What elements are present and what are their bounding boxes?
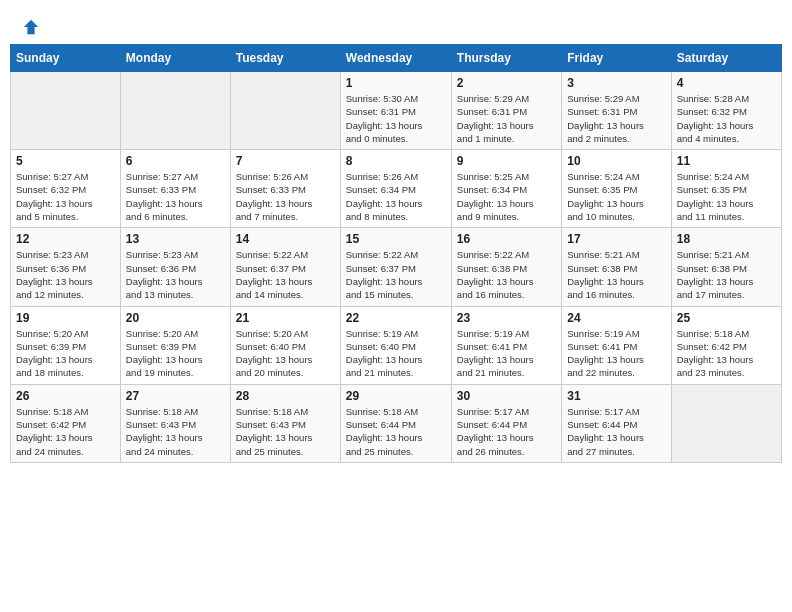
day-number: 16 <box>457 232 556 246</box>
day-number: 23 <box>457 311 556 325</box>
day-info: Sunrise: 5:18 AM Sunset: 6:42 PM Dayligh… <box>677 327 776 380</box>
day-cell: 14Sunrise: 5:22 AM Sunset: 6:37 PM Dayli… <box>230 228 340 306</box>
day-number: 15 <box>346 232 446 246</box>
day-info: Sunrise: 5:28 AM Sunset: 6:32 PM Dayligh… <box>677 92 776 145</box>
day-number: 10 <box>567 154 665 168</box>
day-cell: 29Sunrise: 5:18 AM Sunset: 6:44 PM Dayli… <box>340 384 451 462</box>
day-info: Sunrise: 5:24 AM Sunset: 6:35 PM Dayligh… <box>677 170 776 223</box>
day-info: Sunrise: 5:19 AM Sunset: 6:41 PM Dayligh… <box>567 327 665 380</box>
week-row-5: 26Sunrise: 5:18 AM Sunset: 6:42 PM Dayli… <box>11 384 782 462</box>
day-info: Sunrise: 5:29 AM Sunset: 6:31 PM Dayligh… <box>567 92 665 145</box>
day-info: Sunrise: 5:18 AM Sunset: 6:43 PM Dayligh… <box>126 405 225 458</box>
week-row-2: 5Sunrise: 5:27 AM Sunset: 6:32 PM Daylig… <box>11 150 782 228</box>
day-info: Sunrise: 5:26 AM Sunset: 6:34 PM Dayligh… <box>346 170 446 223</box>
day-number: 14 <box>236 232 335 246</box>
day-cell: 12Sunrise: 5:23 AM Sunset: 6:36 PM Dayli… <box>11 228 121 306</box>
day-number: 3 <box>567 76 665 90</box>
day-number: 13 <box>126 232 225 246</box>
day-info: Sunrise: 5:26 AM Sunset: 6:33 PM Dayligh… <box>236 170 335 223</box>
day-info: Sunrise: 5:23 AM Sunset: 6:36 PM Dayligh… <box>126 248 225 301</box>
day-cell: 19Sunrise: 5:20 AM Sunset: 6:39 PM Dayli… <box>11 306 121 384</box>
header-sunday: Sunday <box>11 45 121 72</box>
logo <box>20 18 40 36</box>
header-tuesday: Tuesday <box>230 45 340 72</box>
day-info: Sunrise: 5:22 AM Sunset: 6:37 PM Dayligh… <box>346 248 446 301</box>
day-cell <box>11 72 121 150</box>
day-info: Sunrise: 5:21 AM Sunset: 6:38 PM Dayligh… <box>567 248 665 301</box>
week-row-1: 1Sunrise: 5:30 AM Sunset: 6:31 PM Daylig… <box>11 72 782 150</box>
day-info: Sunrise: 5:20 AM Sunset: 6:39 PM Dayligh… <box>16 327 115 380</box>
day-info: Sunrise: 5:23 AM Sunset: 6:36 PM Dayligh… <box>16 248 115 301</box>
day-number: 12 <box>16 232 115 246</box>
day-cell: 20Sunrise: 5:20 AM Sunset: 6:39 PM Dayli… <box>120 306 230 384</box>
day-cell: 22Sunrise: 5:19 AM Sunset: 6:40 PM Dayli… <box>340 306 451 384</box>
day-number: 29 <box>346 389 446 403</box>
day-cell <box>120 72 230 150</box>
header-thursday: Thursday <box>451 45 561 72</box>
day-info: Sunrise: 5:18 AM Sunset: 6:44 PM Dayligh… <box>346 405 446 458</box>
day-cell: 17Sunrise: 5:21 AM Sunset: 6:38 PM Dayli… <box>562 228 671 306</box>
day-info: Sunrise: 5:21 AM Sunset: 6:38 PM Dayligh… <box>677 248 776 301</box>
day-info: Sunrise: 5:29 AM Sunset: 6:31 PM Dayligh… <box>457 92 556 145</box>
day-info: Sunrise: 5:17 AM Sunset: 6:44 PM Dayligh… <box>457 405 556 458</box>
day-cell <box>230 72 340 150</box>
day-number: 2 <box>457 76 556 90</box>
day-info: Sunrise: 5:22 AM Sunset: 6:38 PM Dayligh… <box>457 248 556 301</box>
day-number: 25 <box>677 311 776 325</box>
day-number: 7 <box>236 154 335 168</box>
day-cell: 18Sunrise: 5:21 AM Sunset: 6:38 PM Dayli… <box>671 228 781 306</box>
header <box>10 10 782 40</box>
day-number: 11 <box>677 154 776 168</box>
day-cell: 23Sunrise: 5:19 AM Sunset: 6:41 PM Dayli… <box>451 306 561 384</box>
day-number: 24 <box>567 311 665 325</box>
day-number: 6 <box>126 154 225 168</box>
day-cell: 8Sunrise: 5:26 AM Sunset: 6:34 PM Daylig… <box>340 150 451 228</box>
day-number: 17 <box>567 232 665 246</box>
day-info: Sunrise: 5:19 AM Sunset: 6:41 PM Dayligh… <box>457 327 556 380</box>
day-info: Sunrise: 5:27 AM Sunset: 6:33 PM Dayligh… <box>126 170 225 223</box>
header-monday: Monday <box>120 45 230 72</box>
day-cell: 28Sunrise: 5:18 AM Sunset: 6:43 PM Dayli… <box>230 384 340 462</box>
day-info: Sunrise: 5:30 AM Sunset: 6:31 PM Dayligh… <box>346 92 446 145</box>
day-cell: 7Sunrise: 5:26 AM Sunset: 6:33 PM Daylig… <box>230 150 340 228</box>
header-friday: Friday <box>562 45 671 72</box>
day-cell: 2Sunrise: 5:29 AM Sunset: 6:31 PM Daylig… <box>451 72 561 150</box>
day-number: 9 <box>457 154 556 168</box>
day-number: 30 <box>457 389 556 403</box>
day-cell: 16Sunrise: 5:22 AM Sunset: 6:38 PM Dayli… <box>451 228 561 306</box>
week-row-4: 19Sunrise: 5:20 AM Sunset: 6:39 PM Dayli… <box>11 306 782 384</box>
day-cell: 1Sunrise: 5:30 AM Sunset: 6:31 PM Daylig… <box>340 72 451 150</box>
day-number: 22 <box>346 311 446 325</box>
day-cell: 11Sunrise: 5:24 AM Sunset: 6:35 PM Dayli… <box>671 150 781 228</box>
day-number: 21 <box>236 311 335 325</box>
day-info: Sunrise: 5:18 AM Sunset: 6:42 PM Dayligh… <box>16 405 115 458</box>
day-cell: 9Sunrise: 5:25 AM Sunset: 6:34 PM Daylig… <box>451 150 561 228</box>
day-number: 20 <box>126 311 225 325</box>
day-cell <box>671 384 781 462</box>
day-cell: 6Sunrise: 5:27 AM Sunset: 6:33 PM Daylig… <box>120 150 230 228</box>
day-cell: 31Sunrise: 5:17 AM Sunset: 6:44 PM Dayli… <box>562 384 671 462</box>
day-info: Sunrise: 5:27 AM Sunset: 6:32 PM Dayligh… <box>16 170 115 223</box>
day-info: Sunrise: 5:19 AM Sunset: 6:40 PM Dayligh… <box>346 327 446 380</box>
day-cell: 24Sunrise: 5:19 AM Sunset: 6:41 PM Dayli… <box>562 306 671 384</box>
day-cell: 21Sunrise: 5:20 AM Sunset: 6:40 PM Dayli… <box>230 306 340 384</box>
day-cell: 3Sunrise: 5:29 AM Sunset: 6:31 PM Daylig… <box>562 72 671 150</box>
day-info: Sunrise: 5:24 AM Sunset: 6:35 PM Dayligh… <box>567 170 665 223</box>
day-info: Sunrise: 5:20 AM Sunset: 6:40 PM Dayligh… <box>236 327 335 380</box>
day-number: 18 <box>677 232 776 246</box>
day-cell: 25Sunrise: 5:18 AM Sunset: 6:42 PM Dayli… <box>671 306 781 384</box>
header-saturday: Saturday <box>671 45 781 72</box>
day-number: 1 <box>346 76 446 90</box>
day-cell: 26Sunrise: 5:18 AM Sunset: 6:42 PM Dayli… <box>11 384 121 462</box>
day-number: 28 <box>236 389 335 403</box>
day-number: 5 <box>16 154 115 168</box>
svg-marker-0 <box>24 20 38 34</box>
day-info: Sunrise: 5:18 AM Sunset: 6:43 PM Dayligh… <box>236 405 335 458</box>
week-row-3: 12Sunrise: 5:23 AM Sunset: 6:36 PM Dayli… <box>11 228 782 306</box>
days-header-row: SundayMondayTuesdayWednesdayThursdayFrid… <box>11 45 782 72</box>
day-cell: 4Sunrise: 5:28 AM Sunset: 6:32 PM Daylig… <box>671 72 781 150</box>
day-number: 19 <box>16 311 115 325</box>
day-cell: 15Sunrise: 5:22 AM Sunset: 6:37 PM Dayli… <box>340 228 451 306</box>
day-info: Sunrise: 5:20 AM Sunset: 6:39 PM Dayligh… <box>126 327 225 380</box>
day-cell: 13Sunrise: 5:23 AM Sunset: 6:36 PM Dayli… <box>120 228 230 306</box>
